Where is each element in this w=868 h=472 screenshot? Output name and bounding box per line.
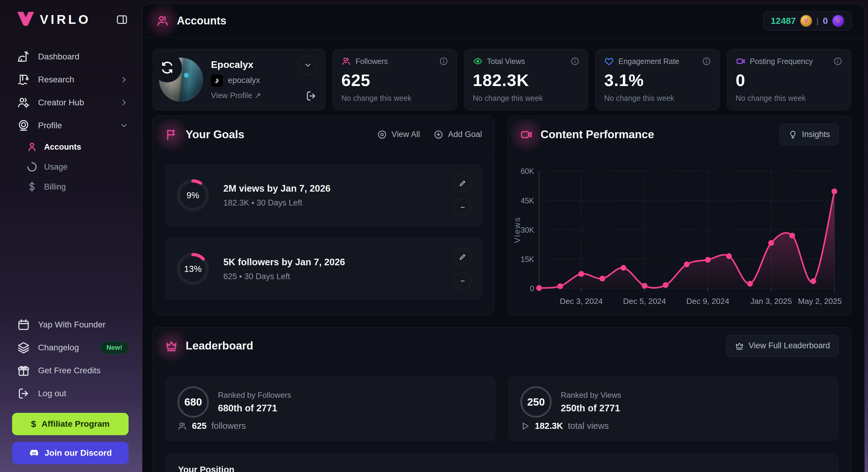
stat-card-posting-frequency: Posting Frequency 0 No change this week [727, 49, 851, 110]
main-panel: Accounts 12487 V | 0 V Epocalyx [142, 4, 865, 472]
sidebar-item-get-free-credits[interactable]: Get Free Credits [0, 359, 142, 382]
credits-badge[interactable]: 12487 V | 0 V [763, 11, 852, 30]
stat-label: Total Views [487, 57, 525, 66]
gold-credits-count: 12487 [771, 16, 796, 26]
pencil-icon [459, 179, 467, 187]
stat-label: Engagement Rate [618, 57, 679, 66]
view-full-leaderboard-button[interactable]: View Full Leaderboard [726, 335, 839, 357]
svg-text:60K: 60K [521, 167, 534, 175]
goals-list: 9% 2M views by Jan 7, 2026 182.3K • 30 D… [153, 153, 494, 311]
info-icon[interactable] [439, 57, 448, 66]
svg-text:Dec 5, 2024: Dec 5, 2024 [623, 297, 666, 306]
minus-icon [459, 277, 467, 285]
sidebar-collapse-button[interactable] [116, 13, 128, 26]
logo-row: VIRLO [0, 11, 142, 28]
chart-wrap: 015K30K45K60KDec 3, 2024Dec 5, 2024Dec 9… [508, 153, 851, 315]
sidebar-item-creator-hub[interactable]: Creator Hub [0, 91, 142, 114]
edit-goal-button[interactable] [454, 248, 471, 265]
stat-value: 182.3K [473, 70, 580, 90]
profile-card: Epocalyx ♪ epocalyx View Profile ↗ [153, 49, 326, 110]
logout-icon [17, 387, 30, 400]
sidebar-item-label: Accounts [44, 143, 81, 152]
sidebar-item-dashboard[interactable]: Dashboard [0, 45, 142, 68]
sidebar-item-profile[interactable]: Profile [0, 114, 142, 137]
profile-info: Epocalyx ♪ epocalyx View Profile ↗ [211, 59, 261, 100]
refresh-profile-button[interactable] [152, 53, 182, 83]
view-all-goals-button[interactable]: View All [377, 130, 420, 139]
stat-label: Followers [355, 57, 388, 66]
stat-value: 0 [736, 70, 843, 90]
profile-handle: epocalyx [228, 76, 260, 85]
gold-coin-icon: V [800, 15, 812, 27]
new-badge: New! [100, 341, 129, 354]
followers-stat-row: 625 followers [178, 421, 484, 431]
sidebar-footer-nav: Yap With Founder Changelog New! Get Free… [0, 313, 142, 405]
crown-icon [735, 341, 744, 350]
stat-card-engagement-rate: Engagement Rate 3.1% No change this week [595, 49, 720, 110]
sidebar-item-research[interactable]: Research [0, 68, 142, 91]
remove-goal-button[interactable] [454, 272, 471, 290]
add-goal-button[interactable]: Add Goal [434, 130, 482, 139]
join-discord-button[interactable]: Join our Discord [12, 442, 129, 464]
lightbulb-icon [788, 130, 797, 139]
profile-name: Epocalyx [211, 59, 261, 70]
sidebar-spacer [0, 197, 142, 313]
eye-icon [473, 57, 483, 66]
svg-text:Dec 9, 2024: Dec 9, 2024 [686, 297, 729, 306]
goal-subtitle: 182.3K • 30 Days Left [223, 198, 331, 208]
views-chart[interactable]: 015K30K45K60KDec 3, 2024Dec 5, 2024Dec 9… [512, 160, 842, 312]
plus-circle-icon [434, 130, 443, 139]
refresh-icon [161, 61, 174, 74]
insights-button[interactable]: Insights [780, 124, 839, 146]
sidebar-item-usage[interactable]: Usage [0, 157, 142, 177]
tiktok-icon: ♪ [211, 74, 223, 87]
rank-by-views-card: 250 Ranked by Views 250th of 2771 182.3K… [508, 376, 838, 441]
stat-label: Posting Frequency [750, 57, 813, 66]
stat-subtext: No change this week [473, 94, 580, 103]
affiliate-program-button[interactable]: $ Affiliate Program [12, 413, 129, 435]
sidebar-item-yap-with-founder[interactable]: Yap With Founder [0, 313, 142, 336]
dollar-icon: $ [31, 419, 36, 429]
info-icon[interactable] [833, 57, 842, 66]
goal-progress-label: 13% [176, 252, 210, 286]
edit-goal-button[interactable] [454, 175, 471, 192]
view-profile-link[interactable]: View Profile ↗ [211, 91, 261, 100]
eye-icon [377, 130, 387, 139]
goal-subtitle: 625 • 30 Days Left [223, 272, 345, 281]
disconnect-account-button[interactable] [305, 90, 317, 102]
play-icon [520, 421, 530, 431]
account-switcher-button[interactable] [299, 56, 317, 74]
followers-icon [341, 57, 351, 66]
sidebar-item-label: Profile [38, 121, 62, 130]
page-header: Accounts 12487 V | 0 V [143, 4, 864, 38]
info-icon[interactable] [702, 57, 711, 66]
sidebar-item-accounts[interactable]: Accounts [0, 137, 142, 157]
sidebar-item-label: Get Free Credits [38, 366, 100, 375]
stat-card-followers: Followers 625 No change this week [333, 49, 457, 110]
sidebar-item-logout[interactable]: Log out [0, 382, 142, 405]
goal-progress-ring: 13% [176, 252, 210, 286]
sidebar: VIRLO Dashboard Research Creator Hub [0, 0, 142, 472]
video-camera-icon [520, 128, 533, 141]
info-icon[interactable] [570, 57, 580, 66]
pencil-icon [459, 253, 467, 261]
sidebar-item-changelog[interactable]: Changelog New! [0, 336, 142, 359]
remove-goal-button[interactable] [454, 198, 471, 216]
goal-item: 9% 2M views by Jan 7, 2026 182.3K • 30 D… [165, 164, 482, 226]
svg-text:30K: 30K [521, 226, 534, 234]
stat-label: followers [211, 421, 246, 431]
your-position-card: Your Position [166, 453, 838, 472]
sidebar-item-label: Research [38, 75, 74, 85]
sidebar-nav: Dashboard Research Creator Hub Profile [0, 45, 142, 197]
stat-value: 625 [341, 70, 448, 90]
svg-text:45K: 45K [521, 196, 534, 205]
stat-label: total views [568, 421, 609, 431]
svg-text:May 2, 2025: May 2, 2025 [798, 297, 842, 306]
sidebar-item-billing[interactable]: Billing [0, 177, 142, 197]
sidebar-item-label: Yap With Founder [38, 320, 105, 329]
gift-icon [17, 364, 30, 377]
chevron-down-icon [304, 61, 312, 69]
rank-by-followers-card: 680 Ranked by Followers 680th of 2771 62… [166, 376, 495, 441]
rank-label: Ranked by Views [561, 390, 621, 400]
dollar-icon [27, 181, 37, 192]
